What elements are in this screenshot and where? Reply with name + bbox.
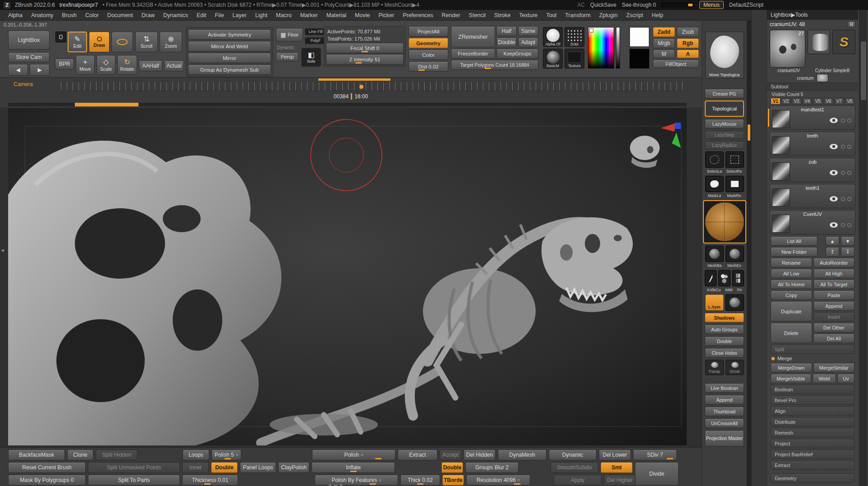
mesh-balloon-icon[interactable] (705, 246, 724, 262)
polish5-slider[interactable]: Polish 5○ (211, 449, 241, 460)
tab-v4[interactable]: V4 (803, 98, 813, 105)
subtool-thumbnail[interactable] (772, 215, 790, 233)
draw-size-lock-icon[interactable] (55, 32, 66, 42)
scroll-button[interactable]: ⇅ Scroll (135, 32, 158, 52)
main-color-swatch[interactable] (629, 27, 649, 47)
seethrough-slider[interactable] (661, 3, 694, 7)
color-picker[interactable] (588, 27, 614, 69)
visibility-eye-icon[interactable] (830, 144, 838, 149)
subtool-section-header[interactable]: Subtool (767, 83, 858, 91)
cranium-tool-thumbnail[interactable]: 27 (770, 30, 805, 68)
restore-config-button[interactable]: R (848, 21, 855, 28)
projection-master-button[interactable]: Projection Master (705, 430, 744, 446)
geometry-target-button[interactable]: Geometry (409, 38, 448, 48)
subtool-thumbnail[interactable] (772, 110, 790, 128)
rotate-mode-button[interactable]: ↻ Rotate (117, 55, 137, 75)
del-all-button[interactable]: Del All (813, 334, 855, 343)
menus-button[interactable]: Menus (699, 1, 724, 9)
move-mode-button[interactable]: + Move (76, 55, 95, 75)
menu-dynamics[interactable]: Dynamics (163, 12, 188, 18)
fill-object-button[interactable]: FillObject (653, 60, 699, 68)
all-high-button[interactable]: All High (813, 269, 855, 278)
copy-button[interactable]: Copy (771, 290, 812, 300)
line-fill-button[interactable]: Line Fill (305, 28, 326, 35)
select-rect-icon[interactable] (726, 151, 744, 168)
uv-toggle-icon[interactable] (847, 223, 851, 227)
crease-pg-button[interactable]: Crease PG (705, 89, 744, 98)
menu-draw[interactable]: Draw (142, 12, 155, 18)
tborder-button[interactable]: TBorde (442, 475, 464, 486)
edit-mode-button[interactable]: ✎ Edit (68, 32, 87, 52)
paint-toggle-icon[interactable] (841, 145, 845, 149)
knife-curve-icon[interactable] (705, 270, 716, 286)
merge-visible-button[interactable]: MergeVisible (771, 374, 811, 383)
menu-transform[interactable]: Transform (565, 12, 591, 18)
a-button[interactable]: A (677, 50, 699, 58)
mask-by-polygroups-slider[interactable]: Mask By Polygroups 0 (8, 475, 86, 486)
menu-render[interactable]: Render (442, 12, 460, 18)
polish-slider[interactable]: Polish○ (312, 449, 395, 460)
polish5-mode-icon[interactable]: ○ (236, 453, 238, 457)
viewport-render[interactable] (8, 108, 687, 445)
persp-button[interactable]: Persp (276, 52, 299, 61)
inflate-slider[interactable]: Inflate (312, 462, 395, 473)
del-higher-button[interactable]: Del Higher (604, 475, 636, 486)
local-symmetry-button[interactable]: L.Sym (705, 294, 724, 311)
z-intensity-slider[interactable]: Z Intensity 51 (326, 54, 404, 64)
menu-layer[interactable]: Layer (233, 12, 247, 18)
left-scroll-arrow-icon[interactable]: ◀ (1, 248, 4, 252)
activate-symmetry-button[interactable]: Activate Symmetry (188, 29, 271, 40)
smt-button[interactable]: Smt (601, 462, 633, 473)
double-button[interactable]: Double (496, 37, 517, 47)
lazystep-button[interactable]: LazyStep (705, 131, 744, 139)
material-selector[interactable]: BasicM (543, 49, 563, 69)
thumbnail-button[interactable]: Thumbnail (705, 407, 744, 416)
merge-section-label[interactable]: Merge (767, 354, 858, 362)
paint-toggle-icon[interactable] (841, 119, 845, 123)
m-button[interactable]: M (653, 50, 675, 58)
tab-v2[interactable]: V2 (781, 98, 791, 105)
subtool-down-button[interactable]: ▼ (841, 236, 854, 246)
draw-mode-button[interactable]: Draw (89, 32, 110, 52)
smooth-subdiv-button[interactable]: SmoothSubdiv (551, 462, 598, 473)
menu-material[interactable]: Material (326, 12, 346, 18)
subtool-row-cvertuv[interactable]: CvertUV (770, 210, 855, 234)
resolution-mode-icon[interactable]: ○ (518, 478, 520, 482)
weld-button[interactable]: Weld (813, 374, 836, 383)
secondary-color-swatch[interactable] (629, 49, 649, 69)
solo-button[interactable]: ◧ Solo (301, 48, 321, 67)
subtool-row-mandtest1[interactable]: mandtest1 (770, 105, 855, 130)
merge-similar-button[interactable]: MergeSimilar (813, 363, 855, 372)
next-cam-button[interactable]: ▶ (30, 64, 50, 76)
live-boolean-button[interactable]: Live Boolean (705, 383, 744, 393)
dynamesh-button[interactable]: DynaMesh (498, 449, 547, 460)
project-basrelief-section-header[interactable]: Project BasRelief (771, 449, 854, 459)
loops-button[interactable]: Loops (183, 449, 209, 460)
double-extrude-button[interactable]: Double (211, 462, 238, 473)
subtool-thumbnail[interactable] (772, 188, 790, 206)
align-section-header[interactable]: Align (771, 406, 854, 416)
keep-groups-button[interactable]: KeepGroups (496, 49, 538, 59)
timeline-range-bar[interactable] (318, 78, 390, 81)
menu-anatomy[interactable]: Anatomy (31, 12, 53, 18)
quicksave-button[interactable]: QuickSave (590, 2, 616, 8)
geometry-section-header[interactable]: Geometry (771, 473, 854, 483)
imm-brush-icon[interactable] (718, 270, 730, 286)
zsub-button[interactable]: Zsub (677, 27, 699, 37)
menu-zscript[interactable]: Zscript (626, 12, 643, 18)
cylinder-tool-thumbnail[interactable] (808, 30, 831, 54)
shelf-scrollbar[interactable] (747, 21, 751, 486)
menu-help[interactable]: Help (652, 12, 663, 18)
merge-down-button[interactable]: MergeDown (771, 363, 812, 372)
tool-panel-scrollbar[interactable] (859, 10, 867, 486)
prev-cam-button[interactable]: ◀ (8, 64, 28, 76)
append-button[interactable]: Append (813, 301, 855, 311)
lightbox-button[interactable]: LightBox (8, 31, 50, 50)
menu-preferences[interactable]: Preferences (403, 12, 433, 18)
bevel-pro-section-header[interactable]: Bevel Pro (771, 395, 854, 405)
split-to-parts-button[interactable]: Split To Parts (88, 475, 180, 486)
color-target-button[interactable]: Color (409, 50, 448, 60)
insert-button[interactable]: Insert (813, 312, 855, 321)
mirror-button[interactable]: Mirror (188, 53, 271, 63)
menu-edit[interactable]: Edit (197, 12, 207, 18)
